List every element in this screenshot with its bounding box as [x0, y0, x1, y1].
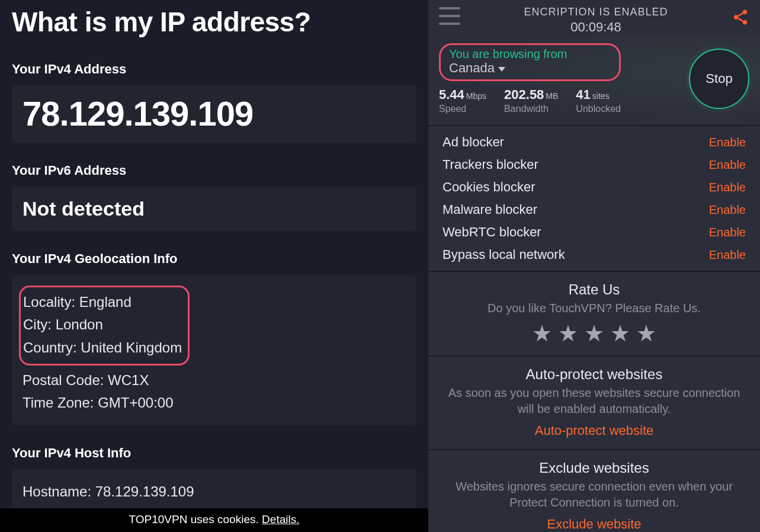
ipv6-label: Your IPv6 Address: [12, 163, 416, 178]
sites-unit: sites: [592, 91, 610, 101]
toggle-name: WebRTC blocker: [442, 225, 541, 240]
geo-tz: Time Zone: GMT+00:00: [23, 392, 406, 414]
location-country: Canada: [449, 60, 610, 76]
toggle-name: Ad blocker: [442, 134, 504, 150]
location-selector[interactable]: You are browsing from Canada: [439, 43, 621, 81]
bandwidth-value: 202.58: [504, 87, 544, 102]
geo-country: Country: United Kingdom: [23, 336, 182, 359]
host-hostname: Hostname: 78.129.139.109: [23, 480, 406, 504]
header-center: ENCRIPTION IS ENABLED 00:09:48: [460, 6, 732, 35]
vpn-header: ENCRIPTION IS ENABLED 00:09:48: [428, 0, 760, 35]
toggle-row: Trackers blockerEnable: [442, 153, 746, 176]
geo-locality: Locality: England: [23, 291, 182, 313]
svg-point-2: [743, 20, 748, 25]
star-icon[interactable]: ★: [558, 322, 578, 345]
rate-card: Rate Us Do you like TouchVPN? Please Rat…: [428, 272, 760, 357]
exclude-card: Exclude websites Websites ignores secure…: [428, 450, 760, 532]
toggle-name: Trackers blocker: [442, 157, 538, 172]
ipv6-box: Not detected: [12, 187, 416, 231]
toggle-row: Bypass local networkEnable: [442, 243, 746, 266]
blocker-list: Ad blockerEnable Trackers blockerEnable …: [428, 126, 760, 272]
geo-label: Your IPv4 Geolocation Info: [12, 251, 416, 267]
chevron-down-icon: [498, 67, 505, 72]
auto-protect-card: Auto-protect websites As soon as you ope…: [428, 357, 760, 450]
enable-link[interactable]: Enable: [709, 181, 746, 194]
toggle-name: Malware blocker: [442, 202, 537, 217]
star-icon[interactable]: ★: [532, 322, 552, 345]
bandwidth-unit: MB: [546, 91, 558, 101]
ip-info-panel: What is my IP address? Your IPv4 Address…: [0, 0, 428, 532]
page-title: What is my IP address?: [12, 6, 416, 38]
sites-value: 41: [576, 87, 590, 102]
toggle-row: Cookies blockerEnable: [442, 176, 746, 198]
toggle-row: Ad blockerEnable: [442, 131, 746, 153]
ipv4-value: 78.129.139.109: [23, 96, 406, 132]
speed-unit: Mbps: [466, 91, 486, 101]
toggle-row: WebRTC blockerEnable: [442, 221, 746, 243]
host-label: Your IPv4 Host Info: [12, 446, 416, 461]
exclude-link[interactable]: Exclude website: [547, 517, 642, 532]
svg-point-0: [743, 10, 748, 15]
stop-label: Stop: [706, 71, 732, 86]
rating-stars: ★ ★ ★ ★ ★: [442, 322, 746, 345]
vpn-panel: ENCRIPTION IS ENABLED 00:09:48 You are b…: [428, 0, 760, 532]
auto-subtitle: As soon as you open these websites secur…: [442, 385, 746, 417]
enable-link[interactable]: Enable: [709, 248, 746, 262]
auto-protect-link[interactable]: Auto-protect website: [535, 423, 654, 438]
bandwidth-stat: 202.58MB Bandwidth: [504, 87, 558, 114]
sites-stat: 41sites Unblocked: [576, 87, 621, 114]
rate-subtitle: Do you like TouchVPN? Please Rate Us.: [442, 300, 746, 316]
cookie-bar: TOP10VPN uses cookies. Details.: [0, 508, 428, 532]
rate-title: Rate Us: [442, 281, 746, 298]
ipv6-value: Not detected: [23, 197, 406, 220]
ipv4-box: 78.129.139.109: [12, 85, 416, 143]
geo-box: Locality: England City: London Country: …: [12, 275, 416, 425]
star-icon[interactable]: ★: [610, 322, 630, 345]
encryption-label: ENCRIPTION IS ENABLED: [460, 6, 732, 18]
star-icon[interactable]: ★: [636, 322, 656, 345]
browsing-from-label: You are browsing from: [449, 47, 610, 60]
enable-link[interactable]: Enable: [709, 136, 746, 149]
cookie-details-link[interactable]: Details.: [262, 513, 299, 525]
speed-value: 5.44: [439, 87, 464, 102]
exclude-title: Exclude websites: [442, 460, 746, 476]
star-icon[interactable]: ★: [584, 322, 604, 345]
ipv4-label: Your IPv4 Address: [12, 62, 416, 77]
sites-label: Unblocked: [576, 104, 621, 114]
enable-link[interactable]: Enable: [709, 203, 746, 217]
connection-timer: 00:09:48: [460, 20, 732, 35]
geo-highlight: Locality: England City: London Country: …: [19, 286, 190, 366]
speed-stat: 5.44Mbps Speed: [439, 87, 486, 114]
toggle-name: Cookies blocker: [442, 180, 535, 195]
auto-title: Auto-protect websites: [442, 366, 746, 383]
stats-row: You are browsing from Canada 5.44Mbps Sp…: [428, 35, 760, 126]
toggle-name: Bypass local network: [442, 247, 565, 262]
enable-link[interactable]: Enable: [709, 226, 746, 239]
bandwidth-label: Bandwidth: [504, 104, 558, 114]
cookie-text: TOP10VPN uses cookies.: [129, 513, 262, 525]
svg-point-1: [734, 15, 739, 20]
exclude-subtitle: Websites ignores secure connection even …: [442, 479, 746, 511]
toggle-row: Malware blockerEnable: [442, 198, 746, 221]
menu-icon[interactable]: [439, 7, 460, 25]
geo-city: City: London: [23, 313, 182, 336]
stop-button[interactable]: Stop: [689, 49, 749, 109]
country-value: Canada: [449, 60, 495, 76]
speed-label: Speed: [439, 104, 486, 114]
enable-link[interactable]: Enable: [709, 158, 746, 172]
geo-postal: Postal Code: WC1X: [23, 369, 406, 392]
share-icon[interactable]: [732, 8, 749, 26]
